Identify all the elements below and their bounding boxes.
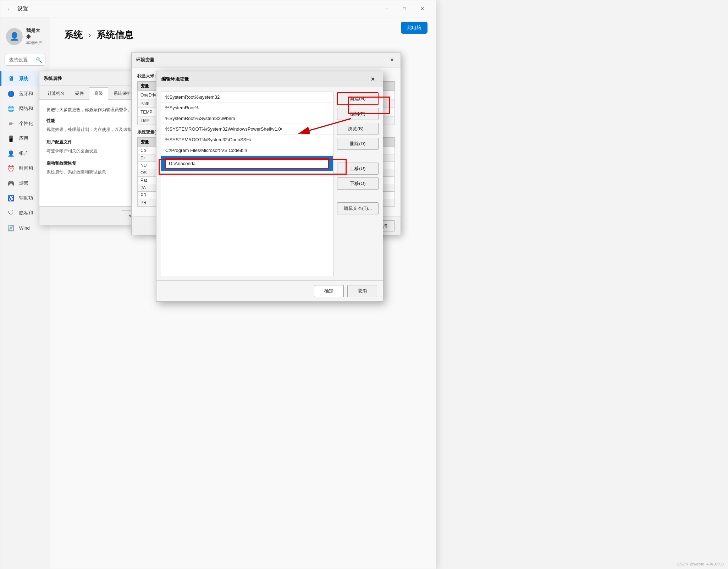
edit-path-button[interactable]: 编辑(E) [337, 108, 379, 120]
new-path-button[interactable]: 新建(N) [337, 92, 379, 105]
tab-computer-name[interactable]: 计算机名 [42, 87, 70, 99]
minimize-button[interactable]: ─ [379, 3, 395, 15]
env-dialog-title-bar: 环境变量 × [132, 53, 401, 67]
sidebar-item-system-label: 系统 [19, 76, 28, 82]
sidebar-item-bluetooth-label: 蓝牙和 [19, 91, 33, 97]
apps-icon: 📱 [7, 135, 15, 142]
window-title: 设置 [17, 5, 28, 12]
browse-path-button[interactable]: 浏览(B)... [337, 123, 379, 135]
user-profile: 👤 我是大米 本地帐户 [0, 23, 50, 50]
edit-env-action-buttons: 新建(N) 编辑(E) 浏览(B)... 删除(D) 上移(U) 下移(O) 编… [337, 92, 379, 276]
edit-environment-variable-dialog: 编辑环境变量 × %SystemRoot%\system32 %SystemRo… [156, 71, 383, 302]
sidebar-item-network-label: 网络和 [19, 105, 33, 112]
accessibility-icon: ♿ [7, 194, 15, 202]
delete-path-button[interactable]: 删除(D) [337, 138, 379, 150]
privacy-icon: 🛡 [7, 209, 15, 217]
breadcrumb-current: 系统信息 [96, 29, 133, 40]
tab-hardware[interactable]: 硬件 [70, 87, 89, 99]
window-controls: ─ □ ✕ [379, 3, 430, 15]
edit-text-button[interactable]: 编辑文本(T)... [337, 202, 379, 214]
breadcrumb-parent: 系统 [64, 29, 83, 40]
env-dialog-title: 环境变量 [136, 57, 154, 63]
path-list: %SystemRoot%\system32 %SystemRoot% %Syst… [161, 92, 333, 276]
sidebar-item-personalize-label: 个性化 [19, 120, 33, 127]
path-entry-1[interactable]: %SystemRoot% [161, 103, 333, 113]
sidebar-item-accessibility-label: 辅助功 [19, 195, 33, 201]
sidebar-item-gaming-label: 游戏 [19, 180, 28, 186]
path-edit-input[interactable] [165, 158, 329, 169]
move-down-button[interactable]: 下移(O) [337, 177, 379, 190]
sys-props-title: 系统属性 [44, 75, 62, 82]
edit-env-close-button[interactable]: × [368, 74, 378, 84]
accounts-icon: 👤 [7, 149, 15, 157]
edit-env-cancel-button[interactable]: 取消 [347, 285, 377, 297]
sidebar-item-accounts-label: 帐户 [19, 150, 28, 157]
system-icon: 🖥 [7, 75, 15, 83]
user-info: 我是大米 本地帐户 [26, 27, 44, 45]
edit-env-body: %SystemRoot%\system32 %SystemRoot% %Syst… [156, 87, 383, 280]
path-entry-editing [161, 156, 333, 171]
bluetooth-icon: 🔵 [7, 90, 15, 98]
button-spacer-2 [337, 192, 379, 199]
this-pc-button[interactable]: 此电脑 [401, 22, 428, 34]
user-name: 我是大米 [26, 27, 44, 40]
network-icon: 🌐 [7, 105, 15, 113]
search-icon: 🔍 [36, 57, 42, 63]
sidebar-item-windows-label: Wind [19, 225, 30, 231]
button-spacer [337, 153, 379, 160]
move-up-button[interactable]: 上移(U) [337, 163, 379, 175]
path-input-row [165, 158, 329, 169]
sidebar-item-time-label: 时间和 [19, 165, 33, 171]
edit-env-title: 编辑环境变量 [161, 76, 189, 82]
tab-advanced[interactable]: 高级 [89, 87, 108, 100]
path-entry-0[interactable]: %SystemRoot%\system32 [161, 92, 333, 103]
time-icon: ⏰ [7, 164, 15, 172]
sidebar-item-apps-label: 应用 [19, 135, 28, 142]
personalize-icon: ✏ [7, 120, 15, 127]
gaming-icon: 🎮 [7, 179, 15, 187]
breadcrumb-separator: › [88, 29, 94, 40]
avatar: 👤 [6, 28, 23, 45]
windows-update-icon: 🔄 [7, 224, 15, 232]
title-bar: ← 设置 ─ □ ✕ [0, 0, 436, 17]
close-button[interactable]: ✕ [414, 3, 430, 15]
edit-env-ok-button[interactable]: 确定 [314, 285, 344, 297]
path-entry-5[interactable]: C:\Program Files\Microsoft VS Code\bin [161, 145, 333, 156]
edit-env-title-bar: 编辑环境变量 × [156, 71, 383, 87]
search-box: 🔍 [5, 54, 45, 66]
watermark: CSDN @weixin_43416960 [677, 562, 724, 566]
path-entry-4[interactable]: %SYSTEMROOT%\System32\OpenSSH\ [161, 135, 333, 145]
env-dialog-close-button[interactable]: × [388, 56, 396, 64]
path-entry-3[interactable]: %SYSTEMROOT%\System32\WindowsPowerShell\… [161, 124, 333, 135]
breadcrumb: 系统 › 系统信息 [64, 29, 422, 41]
user-type: 本地帐户 [26, 40, 44, 45]
sidebar-item-privacy-label: 隐私和 [19, 210, 33, 216]
path-entry-2[interactable]: %SystemRoot%\System32\Wbem [161, 113, 333, 124]
back-button[interactable]: ← [6, 5, 13, 12]
maximize-button[interactable]: □ [396, 3, 413, 15]
edit-env-footer: 确定 取消 [156, 280, 383, 301]
